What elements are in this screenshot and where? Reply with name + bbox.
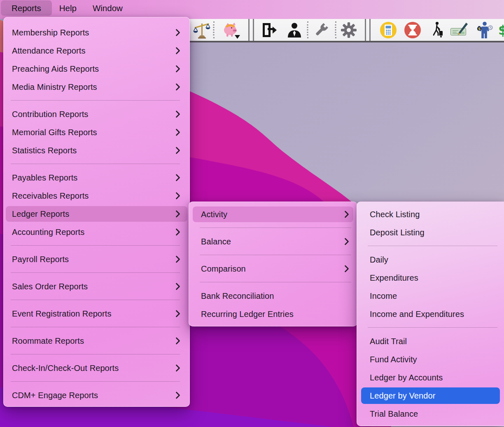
chevron-right-icon — [175, 364, 180, 372]
chevron-right-icon — [175, 83, 180, 91]
menu-item-income-and-expenditures[interactable]: Income and Expenditures — [361, 305, 500, 323]
menu-item-roommate-reports[interactable]: Roommate Reports — [6, 332, 187, 350]
menu-item-activity[interactable]: Activity — [193, 205, 353, 223]
chevron-right-icon — [175, 192, 180, 199]
menu-item-audit-trail[interactable]: Audit Trail — [361, 332, 500, 350]
chevron-right-icon — [175, 392, 180, 399]
menu-separator — [11, 164, 180, 164]
person-icon[interactable] — [286, 22, 303, 38]
menu-item-receivables-reports[interactable]: Receivables Reports — [6, 187, 187, 205]
menu-separator — [11, 327, 180, 327]
menu-item-payroll-reports[interactable]: Payroll Reports — [6, 250, 187, 268]
menu-bar: Reports Help Window — [0, 0, 504, 19]
chevron-right-icon — [175, 129, 180, 136]
chevron-right-icon — [175, 47, 180, 54]
menu-item-bank-reconciliation[interactable]: Bank Reconciliation — [193, 287, 353, 305]
toolbar-separator-double — [248, 19, 254, 41]
menu-item-daily[interactable]: Daily — [361, 251, 500, 269]
chevron-right-icon — [175, 147, 180, 154]
menu-item-deposit-listing[interactable]: Deposit Listing — [361, 223, 500, 242]
screen: $$ Reports Help Window Membership Report… — [0, 0, 504, 427]
menu-separator — [368, 327, 497, 328]
chevron-right-icon — [175, 310, 180, 317]
menu-item-payables-reports[interactable]: Payables Reports — [6, 169, 187, 187]
menu-item-cdm+-engage-reports[interactable]: CDM+ Engage Reports — [6, 386, 187, 404]
menu-item-ledger-by-vendor[interactable]: Ledger by Vendor — [361, 387, 500, 405]
scales-icon[interactable] — [193, 21, 210, 39]
window-toolbar: $$ — [186, 19, 504, 42]
menu-separator — [200, 282, 351, 282]
chevron-right-icon — [344, 211, 349, 218]
hourglass-icon[interactable] — [404, 21, 422, 39]
menu-item-sales-order-reports[interactable]: Sales Order Reports — [6, 277, 187, 296]
menubar-item-window[interactable]: Window — [84, 0, 131, 16]
chevron-right-icon — [344, 265, 349, 272]
traveler-icon[interactable] — [429, 21, 446, 39]
exit-door-icon[interactable] — [261, 22, 279, 38]
menu-item-recurring-ledger-entries[interactable]: Recurring Ledger Entries — [193, 305, 353, 323]
toolbar-separator-dotted — [335, 21, 336, 38]
chevron-right-icon — [175, 256, 180, 263]
menu-item-comparison[interactable]: Comparison — [193, 260, 353, 278]
menu-item-fund-activity[interactable]: Fund Activity — [361, 350, 500, 368]
menu-item-balance[interactable]: Balance — [193, 232, 353, 251]
menu-item-check-in-check-out-reports[interactable]: Check-In/Check-Out Reports — [6, 359, 187, 377]
chevron-right-icon — [175, 337, 180, 345]
reports-menu: Membership Reports Attendance Reports Pr… — [3, 17, 190, 407]
menu-item-memorial-gifts-reports[interactable]: Memorial Gifts Reports — [6, 123, 187, 141]
menu-separator — [11, 100, 180, 101]
chevron-right-icon — [175, 283, 180, 290]
ledger-reports-submenu: Activity Balance Comparison — [189, 202, 357, 326]
menu-separator — [200, 255, 351, 255]
menu-item-event-registration-reports[interactable]: Event Registration Reports — [6, 305, 187, 323]
menu-separator — [11, 381, 180, 382]
menu-item-ledger-reports[interactable]: Ledger Reports — [6, 205, 187, 223]
piggy-bank-icon[interactable] — [222, 21, 241, 39]
dollar-icon[interactable]: $ — [498, 22, 504, 38]
toolbar-separator-dotted — [213, 21, 215, 38]
menu-separator — [200, 228, 351, 228]
check-writing-icon[interactable] — [449, 22, 469, 38]
menu-item-membership-reports[interactable]: Membership Reports — [6, 23, 187, 42]
menu-item-income[interactable]: Income — [361, 287, 500, 305]
menu-item-expenditures[interactable]: Expenditures — [361, 269, 500, 287]
menu-item-ledger-by-accounts[interactable]: Ledger by Accounts — [361, 368, 500, 387]
menu-separator — [11, 272, 180, 273]
chevron-right-icon — [175, 29, 180, 36]
toolbar-separator-dotted — [307, 21, 308, 38]
menu-separator — [11, 354, 180, 354]
wrench-icon[interactable] — [313, 22, 329, 38]
svg-text:$: $ — [498, 22, 504, 38]
menubar-item-help[interactable]: Help — [52, 0, 84, 16]
chevron-right-icon — [175, 228, 180, 236]
menu-item-preaching-aids-reports[interactable]: Preaching Aids Reports — [6, 60, 187, 78]
menu-separator — [11, 300, 180, 300]
chevron-right-icon — [175, 210, 180, 218]
menu-item-accounting-reports[interactable]: Accounting Reports — [6, 223, 187, 241]
menu-separator — [11, 245, 180, 246]
menu-item-check-listing[interactable]: Check Listing — [361, 205, 500, 223]
menu-item-contribution-reports[interactable]: Contribution Reports — [6, 105, 187, 123]
payroll-person-icon[interactable]: $ — [476, 21, 494, 39]
menu-item-attendance-reports[interactable]: Attendance Reports — [6, 42, 187, 60]
calculator-icon[interactable] — [379, 21, 397, 39]
toolbar-separator-double — [365, 19, 371, 41]
gear-icon[interactable] — [341, 22, 357, 38]
activity-submenu: Check Listing Deposit Listing Daily Expe… — [357, 202, 504, 426]
chevron-right-icon — [175, 110, 180, 118]
menu-separator — [368, 246, 497, 246]
chevron-right-icon — [344, 238, 349, 245]
chevron-right-icon — [175, 65, 180, 73]
chevron-right-icon — [175, 174, 180, 181]
menu-item-trial-balance[interactable]: Trial Balance — [361, 405, 500, 423]
menu-item-media-ministry-reports[interactable]: Media Ministry Reports — [6, 78, 187, 96]
menubar-item-reports[interactable]: Reports — [1, 0, 52, 16]
menu-item-statistics-reports[interactable]: Statistics Reports — [6, 141, 187, 160]
svg-text:$: $ — [478, 26, 481, 30]
